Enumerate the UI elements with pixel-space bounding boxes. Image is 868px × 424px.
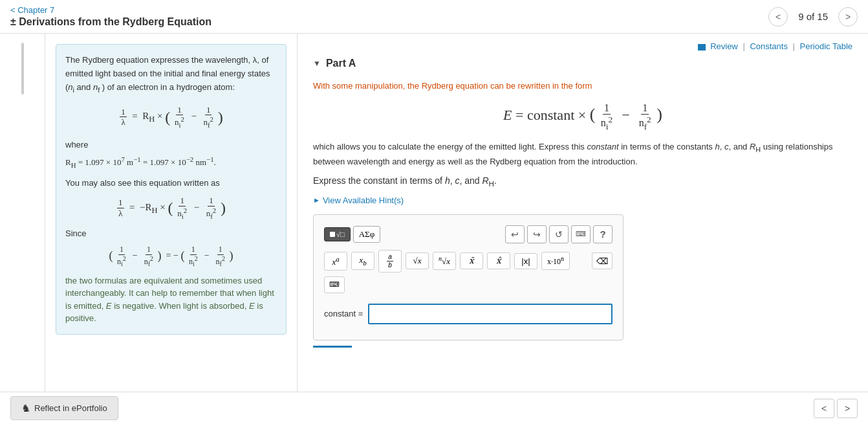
mean-btn[interactable]: x̄ xyxy=(460,252,483,269)
intro-text: With some manipulation, the Rydberg equa… xyxy=(313,80,852,93)
math-input-container: √□ ΑΣφ ↩ ↪ ↺ ⌨ ? xa xb ab xyxy=(313,214,624,340)
intro-text: The Rydberg equation expresses the wavel… xyxy=(65,54,277,96)
hint-label[interactable]: View Available Hint(s) xyxy=(323,195,404,205)
express-label: Express the constant in terms of h, c, a… xyxy=(313,175,852,188)
math-toolbar: √□ ΑΣφ ↩ ↪ ↺ ⌨ ? xyxy=(324,225,613,243)
scroll-indicator xyxy=(21,43,24,95)
chapter-title: ± Derivations from the Rydberg Equation xyxy=(10,16,212,28)
reset-btn[interactable]: ↺ xyxy=(549,225,569,243)
bottom-prev-btn[interactable]: < xyxy=(814,399,834,413)
constants-link[interactable]: Constants xyxy=(750,41,788,51)
page-indicator: 9 of 15 xyxy=(793,11,833,22)
keyboard2-btn[interactable]: ⌨ xyxy=(324,276,345,293)
sci-notation-btn[interactable]: x·10n xyxy=(541,252,570,270)
bottom-bar: ♞ Reflect in ePortfolio < > xyxy=(0,392,868,412)
part-arrow: ▼ xyxy=(313,59,321,68)
follow-text: which allows you to calculate the energy… xyxy=(313,140,852,169)
math-symbols-row: xa xb ab √x n√x x̄ x̂ |x| x·10n ⌫ ⌨ xyxy=(324,250,613,293)
part-header: ▼ Part A xyxy=(313,58,852,69)
also-note: You may also see this equation written a… xyxy=(65,177,277,190)
abs-btn[interactable]: |x| xyxy=(514,253,537,269)
hint-arrow: ► xyxy=(313,196,320,204)
matrix-mode-btn[interactable]: √□ xyxy=(324,227,351,241)
resources-icon xyxy=(698,44,706,50)
next-nav-btn[interactable]: > xyxy=(838,7,858,27)
input-row: constant = xyxy=(324,298,613,329)
where-label: where xyxy=(65,139,277,151)
reflect-label: Reflect in ePortfolio xyxy=(34,403,107,412)
main-container: The Rydberg equation expresses the wavel… xyxy=(0,34,868,412)
redo-btn[interactable]: ↪ xyxy=(527,225,547,243)
right-panel: Review | Constants | Periodic Table ▼ Pa… xyxy=(298,34,868,412)
left-panel: The Rydberg equation expresses the wavel… xyxy=(45,34,298,412)
help-btn[interactable]: ? xyxy=(593,225,613,243)
reflect-icon: ♞ xyxy=(21,402,30,412)
nth-root-btn[interactable]: n√x xyxy=(433,252,456,270)
periodic-table-link[interactable]: Periodic Table xyxy=(800,41,852,51)
since-math: ( 1ni2 − 1nf2 ) = − ( 1ni2 − 1nf2 ) xyxy=(65,245,277,268)
prev-nav-btn[interactable]: < xyxy=(768,7,788,27)
rh-value: RH = 1.097 × 107 m−1 = 1.097 × 10−2 nm−1… xyxy=(65,154,277,170)
power-btn[interactable]: xa xyxy=(324,252,347,271)
fraction-btn[interactable]: ab xyxy=(378,250,402,273)
hat-btn[interactable]: x̂ xyxy=(487,252,510,269)
constant-input[interactable] xyxy=(368,304,613,324)
undo-btn[interactable]: ↩ xyxy=(505,225,525,243)
reflect-btn[interactable]: ♞ Reflect in ePortfolio xyxy=(10,396,118,412)
greek-mode-btn[interactable]: ΑΣφ xyxy=(353,226,380,243)
nav-controls: < 9 of 15 > xyxy=(768,7,858,27)
delete-btn[interactable]: ⌫ xyxy=(592,252,613,269)
resources-bar: Review | Constants | Periodic Table xyxy=(313,41,852,51)
tab-indicator xyxy=(313,346,352,348)
part-label: Part A xyxy=(326,58,356,69)
info-box: The Rydberg equation expresses the wavel… xyxy=(56,44,287,335)
left-sidebar xyxy=(0,34,45,412)
bottom-nav: < > xyxy=(814,399,858,413)
review-link[interactable]: Review xyxy=(710,41,738,51)
eq2-display: 1λ = −RH × ( 1ni2 − 1nf2 ) xyxy=(65,195,277,221)
eq1-display: 1λ = RH × ( 1ni2 − 1nf2 ) xyxy=(65,105,277,130)
since-label: Since xyxy=(65,227,277,240)
keyboard-btn[interactable]: ⌨ xyxy=(571,225,591,243)
top-bar-left: < Chapter 7 ± Derivations from the Rydbe… xyxy=(10,5,212,28)
sqrt-btn[interactable]: √x xyxy=(406,252,429,269)
subscript-btn[interactable]: xb xyxy=(351,252,374,270)
note-text: the two formulas are equivalent and some… xyxy=(65,274,277,325)
main-equation: E = constant × ( 1ni2 − 1nf2 ) xyxy=(313,102,852,132)
input-label: constant = xyxy=(324,309,363,318)
bottom-next-btn[interactable]: > xyxy=(837,399,858,413)
chapter-link[interactable]: < Chapter 7 xyxy=(10,5,212,15)
top-bar: < Chapter 7 ± Derivations from the Rydbe… xyxy=(0,0,868,34)
hint-link[interactable]: ► View Available Hint(s) xyxy=(313,195,852,205)
